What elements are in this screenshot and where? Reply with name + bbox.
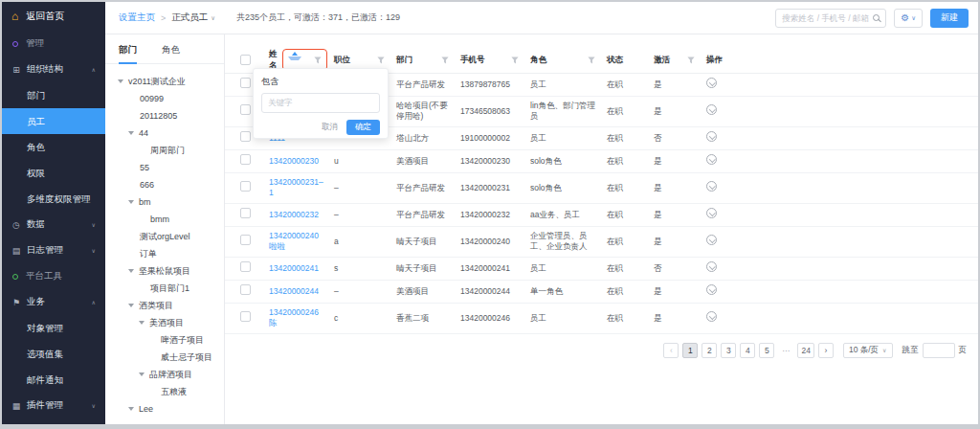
tree-item[interactable]: v2011测试企业 xyxy=(105,73,224,90)
filter-icon[interactable] xyxy=(588,56,595,64)
row-checkbox[interactable] xyxy=(240,154,251,165)
row-actions-icon[interactable] xyxy=(706,284,717,295)
row-actions-icon[interactable] xyxy=(706,208,717,218)
row-actions-icon[interactable] xyxy=(706,181,717,192)
search-icon[interactable] xyxy=(873,14,880,21)
tree-item[interactable]: Lee xyxy=(105,400,224,418)
new-button[interactable]: 新建 xyxy=(930,9,969,28)
tab-department[interactable]: 部门 xyxy=(119,44,137,63)
row-checkbox[interactable] xyxy=(240,181,251,192)
page-button[interactable]: 5 xyxy=(759,343,774,358)
sort-icon[interactable] xyxy=(288,52,301,68)
row-actions-icon[interactable] xyxy=(706,311,717,322)
page-button[interactable]: 4 xyxy=(740,343,755,358)
filter-icon[interactable] xyxy=(687,56,695,64)
row-actions-icon[interactable] xyxy=(706,104,717,115)
tree-item[interactable]: bm xyxy=(105,193,224,211)
page-button[interactable]: 24 xyxy=(797,343,813,358)
tree-item[interactable]: 周周部门 xyxy=(105,142,224,159)
row-actions-icon[interactable] xyxy=(706,261,717,272)
tree-item[interactable]: 订单 xyxy=(105,245,224,262)
page-button[interactable]: 2 xyxy=(702,343,717,358)
sidebar-item-multi-permission[interactable]: 多维度权限管理 xyxy=(2,186,105,212)
cell-name[interactable]: 13420000246陈 xyxy=(269,304,334,333)
caret-down-icon[interactable] xyxy=(128,407,134,411)
cell-name[interactable]: 13420000230 xyxy=(269,152,334,170)
breadcrumb-current[interactable]: 正式员工 xyxy=(171,11,208,24)
filter-icon[interactable] xyxy=(377,56,385,64)
cancel-button[interactable]: 取消 xyxy=(322,122,338,133)
filter-keyword-input[interactable] xyxy=(261,93,380,113)
cell-name[interactable]: 13420000232 xyxy=(269,206,334,224)
tree-item[interactable]: 00999 xyxy=(105,90,224,107)
sidebar-item-data[interactable]: ◷数据∨ xyxy=(2,212,105,237)
row-actions-icon[interactable] xyxy=(706,154,717,165)
cell-name[interactable]: 13420000241 xyxy=(269,260,334,278)
row-actions-icon[interactable] xyxy=(706,235,717,245)
sidebar-item-option-sets[interactable]: 选项值集 xyxy=(2,341,105,367)
sidebar-item-object-manage[interactable]: 对象管理 xyxy=(2,315,105,341)
sidebar-item-role[interactable]: 角色 xyxy=(2,134,105,160)
settings-button[interactable]: ⚙ ∨ xyxy=(894,9,923,28)
sidebar-item-employee[interactable]: 员工 xyxy=(2,108,105,134)
sidebar-item-permission[interactable]: 权限 xyxy=(2,160,105,186)
tree-item[interactable]: 威士忌子项目 xyxy=(105,349,224,366)
caret-down-icon[interactable] xyxy=(128,269,134,273)
filter-icon[interactable] xyxy=(441,56,449,64)
row-actions-icon[interactable] xyxy=(706,78,717,88)
cell-name[interactable]: 13420000240啦啦 xyxy=(269,227,334,257)
sidebar-item-org-structure[interactable]: ⊞组织结构∧ xyxy=(2,56,105,82)
tree-item[interactable]: 品牌酒项目 xyxy=(105,366,224,383)
tree-item[interactable]: 坚果松鼠项目 xyxy=(105,262,224,280)
confirm-button[interactable]: 确定 xyxy=(346,120,380,135)
sidebar-item-platform-tools[interactable]: 平台工具 xyxy=(2,263,105,289)
caret-down-icon[interactable] xyxy=(128,131,134,135)
row-checkbox[interactable] xyxy=(240,311,251,322)
tree-item[interactable]: 项目部门1 xyxy=(105,280,224,297)
sidebar-item-log-manage[interactable]: ▤日志管理∨ xyxy=(2,237,105,263)
sidebar-item-business[interactable]: ⚑业务∧ xyxy=(2,289,105,315)
tree-item[interactable]: 55 xyxy=(105,159,224,176)
caret-down-icon[interactable] xyxy=(118,79,123,83)
tree-item[interactable]: bmm xyxy=(105,211,224,228)
select-all-checkbox[interactable] xyxy=(240,55,251,65)
caret-down-icon[interactable] xyxy=(128,304,134,307)
row-checkbox[interactable] xyxy=(240,235,251,245)
tree-item[interactable]: 44 xyxy=(105,124,224,142)
tree-item[interactable]: 美酒项目 xyxy=(105,314,224,331)
search-input[interactable] xyxy=(782,13,873,23)
tree-item[interactable]: 啤酒子项目 xyxy=(105,331,224,349)
tree-item[interactable]: 酒类项目 xyxy=(105,297,224,314)
tree-item[interactable]: 20112805 xyxy=(105,107,224,124)
row-checkbox[interactable] xyxy=(240,261,251,272)
sidebar-item-manage[interactable]: 管理 xyxy=(2,31,105,56)
cell-name[interactable]: 13420000231–1 xyxy=(269,173,334,203)
tree-item[interactable]: 五粮液 xyxy=(105,383,224,400)
next-page-button[interactable]: › xyxy=(818,343,834,358)
breadcrumb-settings-home[interactable]: 设置主页 xyxy=(119,11,155,24)
caret-down-icon[interactable] xyxy=(128,200,134,204)
page-button[interactable]: 3 xyxy=(721,343,736,358)
row-checkbox[interactable] xyxy=(240,104,251,115)
row-checkbox[interactable] xyxy=(240,284,251,295)
sidebar-item-flow[interactable]: ⇅流程∧ xyxy=(2,418,105,424)
row-checkbox[interactable] xyxy=(240,78,251,88)
jump-page-input[interactable] xyxy=(923,343,955,358)
tab-role[interactable]: 角色 xyxy=(162,44,180,63)
sidebar-item-plugin-manage[interactable]: ▦插件管理∨ xyxy=(2,393,105,418)
sidebar-item-department[interactable]: 部门 xyxy=(2,82,105,108)
caret-down-icon[interactable] xyxy=(139,321,145,325)
row-checkbox[interactable] xyxy=(240,208,251,218)
sidebar-item-mail-notify[interactable]: 邮件通知 xyxy=(2,367,105,393)
cell-name[interactable]: 13420000244 xyxy=(269,282,334,301)
row-actions-icon[interactable] xyxy=(706,131,717,142)
page-button[interactable]: 1 xyxy=(682,343,698,358)
tree-item[interactable]: 测试orgLevel xyxy=(105,228,224,245)
tree-item[interactable]: 666 xyxy=(105,176,224,193)
caret-down-icon[interactable] xyxy=(139,373,145,376)
sidebar-home[interactable]: ⌂ 返回首页 xyxy=(2,2,105,31)
filter-icon[interactable] xyxy=(511,56,519,64)
page-size-select[interactable]: 10 条/页∨ xyxy=(843,343,893,358)
filter-icon[interactable] xyxy=(314,56,322,64)
prev-page-button[interactable]: ‹ xyxy=(663,343,679,358)
